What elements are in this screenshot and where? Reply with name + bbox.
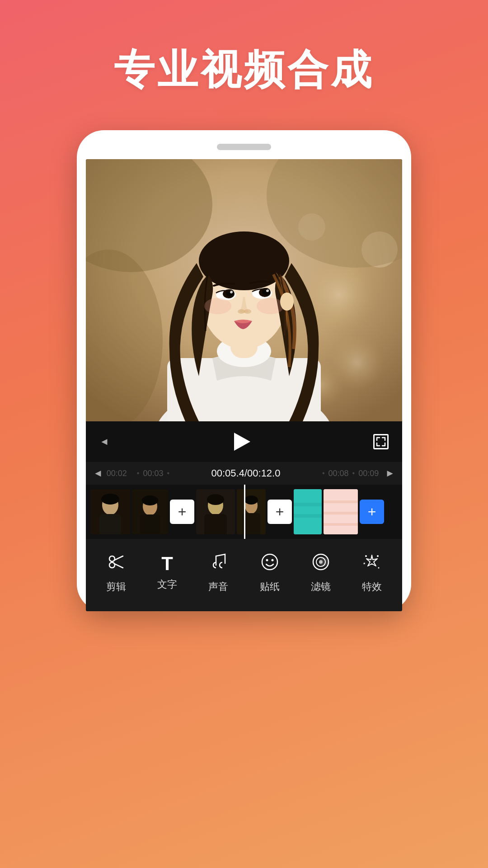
svg-rect-50 [324, 523, 358, 526]
tool-cut[interactable]: 剪辑 [106, 552, 126, 594]
bottom-toolbar: 剪辑 T 文字 声音 [86, 539, 402, 611]
filter-icon [311, 552, 330, 576]
svg-point-51 [109, 556, 115, 561]
dot-2: • [167, 469, 169, 477]
tool-sticker-label: 贴纸 [260, 580, 280, 594]
timeline-cursor [244, 485, 245, 539]
scissors-icon [107, 552, 126, 576]
tick-2: 00:03 [143, 469, 163, 478]
clip-item[interactable] [90, 489, 130, 534]
dot-1: • [137, 469, 140, 477]
clip-item[interactable] [132, 489, 168, 534]
svg-point-39 [207, 494, 224, 505]
svg-point-52 [109, 562, 115, 568]
svg-point-31 [101, 494, 119, 505]
add-clip-button-2[interactable]: + [267, 500, 292, 524]
timeline-bar[interactable]: ◄ 00:02 • 00:03 • 00:05.4/00:12.0 • 00:0… [86, 462, 402, 485]
tool-audio[interactable]: 声音 [208, 552, 228, 594]
svg-rect-34 [140, 514, 160, 534]
svg-point-24 [244, 309, 251, 314]
effect-icon [362, 552, 381, 576]
music-icon [209, 552, 228, 576]
svg-line-53 [114, 556, 123, 560]
tool-sticker[interactable]: 贴纸 [260, 552, 280, 594]
page-title: 专业视频合成 [87, 45, 401, 94]
clip-item-teal[interactable] [294, 489, 322, 534]
timeline-start-icon: ◄ [93, 467, 103, 479]
tool-cut-label: 剪辑 [106, 580, 126, 594]
playback-bar: ◄ [86, 421, 402, 462]
svg-rect-30 [99, 514, 121, 534]
tool-text[interactable]: T 文字 [157, 554, 177, 591]
fullscreen-button[interactable] [373, 434, 389, 449]
svg-point-26 [257, 298, 284, 314]
phone-mockup: ◄ ◄ 00:02 • 00:03 • [77, 130, 411, 611]
svg-point-56 [266, 559, 268, 561]
play-button[interactable] [234, 433, 250, 451]
svg-rect-45 [294, 503, 322, 506]
svg-point-25 [204, 298, 231, 314]
tool-filter[interactable]: 滤镜 [311, 552, 331, 594]
clips-row[interactable]: + [86, 485, 402, 539]
sticker-icon [260, 552, 279, 576]
tool-filter-label: 滤镜 [311, 580, 331, 594]
svg-point-27 [280, 292, 294, 311]
tool-text-label: 文字 [157, 578, 177, 591]
svg-line-54 [114, 564, 123, 568]
text-icon: T [161, 554, 173, 573]
svg-point-61 [319, 557, 328, 566]
app-background: 专业视频合成 [0, 0, 488, 868]
svg-point-57 [271, 559, 273, 561]
clip-item[interactable] [237, 489, 266, 534]
svg-rect-48 [324, 500, 358, 503]
add-clip-button-blue[interactable]: + [360, 500, 384, 524]
svg-point-62 [365, 555, 367, 557]
svg-rect-49 [324, 512, 358, 514]
timeline-end-icon: ► [385, 467, 395, 479]
add-clip-button[interactable]: + [170, 500, 194, 524]
svg-point-55 [262, 554, 277, 570]
svg-rect-38 [204, 514, 227, 534]
svg-point-63 [377, 555, 379, 557]
svg-rect-46 [294, 514, 322, 518]
time-display: 00:05.4/00:12.0 [211, 467, 281, 479]
tick-3: 00:08 [328, 469, 349, 478]
svg-point-43 [244, 495, 258, 505]
video-preview [86, 159, 402, 421]
phone-speaker [217, 144, 271, 150]
dot-3: • [322, 469, 325, 477]
tool-effect[interactable]: 特效 [362, 552, 382, 594]
dot-4: • [352, 469, 355, 477]
clip-item[interactable] [196, 489, 235, 534]
tool-effect-label: 特效 [362, 580, 382, 594]
svg-point-64 [378, 567, 380, 568]
svg-rect-44 [294, 489, 322, 534]
tick-1: 00:02 [107, 469, 127, 478]
clip-item-pink[interactable] [324, 489, 358, 534]
tool-audio-label: 声音 [208, 580, 228, 594]
tick-4: 00:09 [358, 469, 379, 478]
svg-point-35 [142, 495, 158, 505]
svg-point-23 [238, 309, 245, 314]
phone-screen: ◄ ◄ 00:02 • 00:03 • [86, 159, 402, 611]
